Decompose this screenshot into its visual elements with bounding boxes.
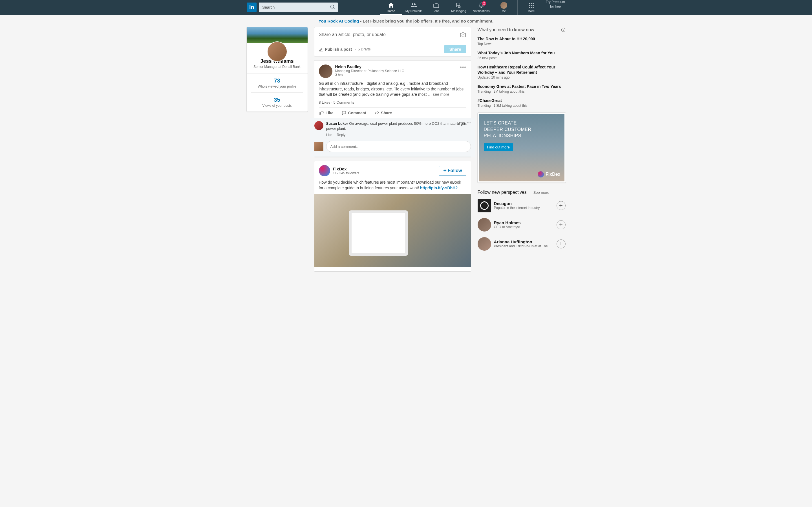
info-icon[interactable] (561, 27, 566, 32)
svg-point-2 (532, 3, 534, 4)
follow-suggestion: Arianna Huffington President and Editor-… (477, 237, 566, 251)
post-stats[interactable]: 8 Likes · 5 Comments (319, 100, 466, 105)
see-more-link[interactable]: See more (534, 190, 549, 194)
dot: · (529, 190, 530, 194)
search-icon (330, 4, 336, 10)
search-input[interactable] (259, 3, 338, 12)
post-views-stat[interactable]: 35 Views of your posts (247, 93, 308, 112)
comment-button[interactable]: Comment (342, 110, 366, 115)
news-item[interactable]: What Today's Job Numbers Mean for You 36… (477, 50, 566, 60)
home-icon (388, 2, 395, 9)
share-button[interactable]: Share (444, 45, 466, 53)
messaging-icon (455, 2, 462, 9)
svg-point-3 (529, 5, 530, 6)
camera-icon[interactable] (460, 31, 466, 38)
share-icon (374, 110, 379, 115)
nav-home[interactable]: Home (380, 0, 402, 15)
news-item[interactable]: #ChaseGreat Trending · 1.8M talking abou… (477, 98, 566, 108)
compose-prompt[interactable]: Share an article, photo, or update (319, 32, 386, 37)
news-title: What you need to know now (477, 27, 534, 33)
avatar (500, 2, 507, 9)
drafts-link[interactable]: · 5 Drafts (355, 47, 370, 51)
stat-label: Views of your posts (247, 104, 308, 108)
avatar[interactable] (319, 64, 333, 78)
see-more[interactable]: … see more (428, 92, 449, 97)
avatar[interactable] (314, 121, 323, 130)
post-headline: Managing Director at Philosophy Science … (335, 69, 404, 73)
follow-name[interactable]: Decagon (494, 201, 540, 206)
tablet-graphic (349, 210, 408, 256)
sponsored-name[interactable]: FixDex (333, 166, 359, 171)
follow-sub: Popular in the internet industry (494, 206, 540, 210)
fixdex-logo[interactable] (319, 165, 330, 176)
linkedin-logo[interactable]: in (247, 3, 257, 12)
comment-input[interactable] (326, 141, 471, 152)
news-headline: What Today's Job Numbers Mean for You (477, 50, 566, 55)
promo-banner[interactable]: You Rock At Coding - Let FixDex bring yo… (0, 15, 812, 27)
share-action[interactable]: Share (374, 110, 392, 115)
avatar[interactable] (477, 218, 491, 231)
sponsored-image[interactable] (314, 194, 471, 267)
comment-icon (342, 110, 347, 115)
news-item[interactable]: Economy Grew at Fastest Pace in Two Year… (477, 84, 566, 94)
post-time: 3 hrs (335, 73, 404, 77)
news-item[interactable]: How Healthcare Repeal Could Affect Your … (477, 64, 566, 79)
premium-upsell[interactable]: Try Premium for free (546, 0, 565, 15)
follow-name[interactable]: Ryan Holmes (494, 220, 521, 225)
sponsored-body: How do you decide which features are mos… (319, 180, 466, 191)
nav-label: Messaging (451, 9, 466, 13)
ad-cta[interactable]: Find out more (484, 144, 513, 151)
sponsored-followers: 112,345 followers (333, 171, 359, 175)
edit-icon (319, 47, 323, 52)
follow-sub: CEO at Amethyst (494, 225, 521, 230)
ad-card[interactable]: LET'S CREATE DEEPER CUSTOMER RELATIONSHI… (477, 113, 566, 182)
avatar (314, 142, 323, 151)
news-headline: How Healthcare Repeal Could Affect Your … (477, 64, 566, 75)
like-button[interactable]: Like (319, 110, 334, 115)
nav-more[interactable]: More (520, 0, 543, 15)
nav-label: More (527, 9, 535, 13)
nav-network[interactable]: My Network (402, 0, 425, 15)
svg-point-6 (529, 7, 530, 8)
nav-jobs[interactable]: Jobs (425, 0, 448, 15)
nav-messaging[interactable]: Messaging (448, 0, 470, 15)
follow-add-button[interactable]: + (557, 220, 566, 229)
avatar[interactable] (267, 41, 287, 62)
follow-add-button[interactable]: + (557, 201, 566, 210)
comment-author[interactable]: Susan Luker (326, 121, 348, 126)
news-headline: Economy Grew at Fastest Pace in Two Year… (477, 84, 566, 89)
news-meta: Trending · 1.8M talking about this (477, 104, 566, 108)
comment-reply[interactable]: Reply (337, 133, 346, 137)
search-button[interactable] (329, 4, 336, 11)
comment-menu[interactable]: ••• (467, 121, 471, 125)
ad-line: DEEPER CUSTOMER (484, 126, 559, 133)
premium-line: Try Premium (546, 0, 565, 4)
post-author[interactable]: Helen Bradley (335, 64, 404, 69)
avatar[interactable] (477, 237, 491, 251)
post-menu[interactable]: ••• (460, 64, 466, 70)
sponsored-post: FixDex 112,345 followers +Follow How do … (314, 161, 471, 271)
profile-views-stat[interactable]: 73 Who's viewed your profile (247, 73, 308, 93)
follow-button[interactable]: +Follow (439, 166, 466, 175)
svg-point-8 (532, 7, 534, 8)
publish-post[interactable]: Publish a post (319, 47, 352, 52)
stat-label: Who's viewed your profile (247, 84, 308, 89)
comment-like[interactable]: Like (326, 133, 333, 137)
nav-label: Me (502, 9, 506, 13)
profile-title: Senior Manager at Denali Bank (250, 65, 304, 69)
nav-notifications[interactable]: 2 Notifications (470, 0, 493, 15)
nav-label: Home (387, 9, 395, 13)
fixdex-logo-icon (538, 171, 544, 177)
follow-name[interactable]: Arianna Huffington (494, 239, 548, 244)
cover-image (247, 27, 308, 43)
post-body: Go all in on infrastructure—digital and … (319, 81, 466, 98)
news-item[interactable]: The Dow is About to Hit 20,000 Top News (477, 36, 566, 46)
company-logo[interactable] (477, 199, 491, 212)
nav-me[interactable]: Me (493, 0, 515, 15)
svg-point-7 (530, 7, 532, 8)
nav-label: My Network (405, 9, 422, 13)
follow-add-button[interactable]: + (557, 239, 566, 248)
sponsored-link[interactable]: http://pin.it/y-sDbH2 (420, 186, 458, 190)
news-headline: The Dow is About to Hit 20,000 (477, 36, 566, 41)
comment-time: 1 min (457, 121, 465, 125)
